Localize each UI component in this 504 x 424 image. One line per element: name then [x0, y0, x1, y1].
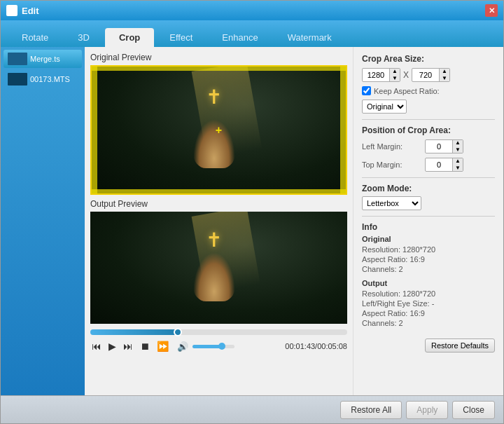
volume-knob[interactable] — [218, 343, 225, 350]
merge-label: Merge.ts — [30, 55, 60, 63]
progress-knob[interactable] — [174, 328, 182, 336]
position-label: Position of Crop Area: — [362, 125, 495, 135]
original-aspect: Aspect Ratio: 16:9 — [362, 255, 495, 264]
volume-fill — [192, 345, 222, 348]
crop-area-size-label: Crop Area Size: — [362, 54, 495, 64]
output-channels: Channels: 2 — [362, 319, 495, 327]
time-display: 00:01:43/00:05:08 — [285, 342, 347, 350]
tab-watermark[interactable]: Watermark — [274, 28, 346, 47]
zoom-mode-row: Zoom Mode: Letterbox Pan & Scan Full — [362, 184, 495, 210]
title-bar: Edit ✕ — [1, 1, 503, 20]
crop-handle-right[interactable] — [340, 67, 346, 193]
original-video-bg: ✝ + — [92, 67, 346, 193]
crop-handle-bottom[interactable] — [92, 189, 346, 193]
keep-aspect-label: Keep Aspect Ratio: — [374, 87, 440, 95]
info-heading: Info — [362, 222, 495, 232]
window-icon — [6, 5, 18, 16]
volume-bar[interactable] — [192, 345, 234, 348]
figure — [193, 119, 235, 168]
crosshair: + — [216, 124, 222, 137]
crop-handle-top[interactable] — [92, 67, 346, 71]
stop-button[interactable]: ⏹ — [139, 339, 151, 353]
output-figure — [193, 252, 235, 301]
output-resolution: Resolution: 1280*720 — [362, 289, 495, 298]
window-title: Edit — [22, 6, 485, 16]
height-input[interactable] — [412, 71, 439, 79]
output-aspect: Aspect Ratio: 16:9 — [362, 309, 495, 317]
top-down-btn[interactable]: ▼ — [453, 165, 463, 172]
top-margin-label: Top Margin: — [362, 160, 425, 169]
width-down-btn[interactable]: ▼ — [390, 75, 400, 82]
close-button[interactable]: Close — [452, 401, 495, 419]
divider-2 — [362, 177, 495, 178]
aspect-ratio-select[interactable]: Original 16:9 4:3 1:1 — [362, 100, 407, 114]
left-margin-row: Left Margin: ▲ ▼ — [362, 139, 495, 153]
height-spinbox[interactable]: ▲ ▼ — [412, 68, 450, 82]
close-window-button[interactable]: ✕ — [485, 4, 498, 17]
top-up-btn[interactable]: ▲ — [453, 158, 463, 165]
width-spinbox[interactable]: ▲ ▼ — [362, 68, 400, 82]
restore-all-button[interactable]: Restore All — [340, 401, 402, 419]
output-section: Output Resolution: 1280*720 Left/Right E… — [362, 279, 495, 327]
top-margin-spin-btns: ▲ ▼ — [452, 158, 463, 172]
left-panel: Merge.ts 00173.MTS — [1, 47, 85, 395]
file-label: 00173.MTS — [30, 75, 70, 83]
file-thumb — [8, 73, 27, 86]
height-down-btn[interactable]: ▼ — [440, 75, 449, 82]
keep-aspect-checkbox[interactable] — [362, 86, 371, 95]
divider-3 — [362, 216, 495, 217]
tab-bar: Rotate 3D Crop Effect Enhance Watermark — [1, 20, 503, 47]
keep-aspect-row: Keep Aspect Ratio: — [362, 86, 495, 95]
height-up-btn[interactable]: ▲ — [440, 68, 449, 75]
left-up-btn[interactable]: ▲ — [453, 139, 463, 146]
apply-button[interactable]: Apply — [406, 401, 448, 419]
playback-controls: ⏮ ▶ ⏭ ⏹ ⏩ 🔊 00:01:43/00:05:08 — [90, 324, 347, 357]
next-frame-button[interactable]: ⏭ — [122, 339, 134, 353]
left-margin-spin-btns: ▲ ▼ — [452, 139, 463, 153]
output-heading: Output — [362, 279, 495, 287]
left-down-btn[interactable]: ▼ — [453, 146, 463, 153]
crop-size-row: ▲ ▼ X ▲ ▼ — [362, 68, 495, 82]
right-panel: Crop Area Size: ▲ ▼ X ▲ ▼ — [353, 47, 503, 395]
top-margin-input[interactable] — [426, 160, 452, 169]
output-eye-size: Left/Right Eye Size: - — [362, 299, 495, 308]
edit-window: Edit ✕ Rotate 3D Crop Effect Enhance Wat… — [0, 0, 504, 424]
file-item[interactable]: 00173.MTS — [4, 71, 82, 88]
progress-bar[interactable] — [90, 329, 347, 335]
merge-item[interactable]: Merge.ts — [4, 50, 82, 68]
info-box: Info Original Resolution: 1280*720 Aspec… — [362, 222, 495, 327]
left-margin-input[interactable] — [426, 142, 452, 151]
skip-back-button[interactable]: ⏮ — [90, 339, 103, 353]
zoom-mode-label: Zoom Mode: — [362, 184, 495, 193]
divider-1 — [362, 119, 495, 120]
output-cross-symbol: ✝ — [206, 228, 222, 252]
width-up-btn[interactable]: ▲ — [390, 68, 400, 75]
top-margin-spinbox[interactable]: ▲ ▼ — [425, 158, 463, 172]
width-input[interactable] — [363, 71, 389, 79]
zoom-mode-select[interactable]: Letterbox Pan & Scan Full — [362, 196, 421, 210]
original-channels: Channels: 2 — [362, 265, 495, 273]
tab-crop[interactable]: Crop — [105, 28, 154, 47]
bottom-bar: Restore All Apply Close — [1, 395, 503, 423]
height-spin-btns: ▲ ▼ — [439, 68, 449, 82]
volume-icon: 🔊 — [177, 341, 188, 352]
output-video-bg: ✝ — [90, 212, 347, 324]
play-button[interactable]: ▶ — [107, 339, 118, 353]
cross-symbol: ✝ — [206, 86, 222, 109]
progress-fill — [90, 329, 178, 335]
restore-defaults-button[interactable]: Restore Defaults — [425, 338, 495, 353]
left-margin-spinbox[interactable]: ▲ ▼ — [425, 139, 463, 153]
crop-handle-left[interactable] — [92, 67, 97, 193]
skip-forward-button[interactable]: ⏩ — [155, 339, 170, 353]
tab-3d[interactable]: 3D — [64, 28, 104, 47]
output-preview-label: Output Preview — [90, 199, 347, 209]
original-preview: ✝ + — [90, 65, 347, 195]
merge-thumb — [8, 53, 27, 65]
original-preview-label: Original Preview — [90, 53, 347, 62]
original-resolution: Resolution: 1280*720 — [362, 245, 495, 254]
controls-row: ⏮ ▶ ⏭ ⏹ ⏩ 🔊 00:01:43/00:05:08 — [90, 338, 347, 355]
original-heading: Original — [362, 235, 495, 243]
tab-rotate[interactable]: Rotate — [8, 28, 62, 47]
tab-enhance[interactable]: Enhance — [208, 28, 272, 47]
tab-effect[interactable]: Effect — [155, 28, 206, 47]
